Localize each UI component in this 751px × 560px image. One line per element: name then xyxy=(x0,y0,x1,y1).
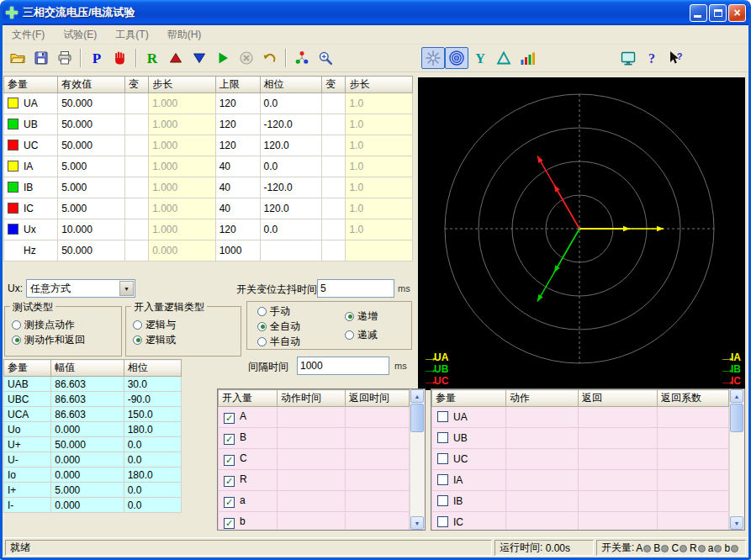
step-cell[interactable]: 1.000 xyxy=(149,135,215,156)
limit-cell[interactable]: 40 xyxy=(215,177,260,198)
rays-icon[interactable] xyxy=(421,47,445,69)
open-icon[interactable] xyxy=(6,47,29,69)
result-checkbox-IC[interactable] xyxy=(437,516,448,527)
vary-cell[interactable] xyxy=(124,156,149,177)
limit-cell[interactable]: 120 xyxy=(215,93,260,114)
mode-option-1[interactable]: 全自动 xyxy=(251,319,300,334)
ux-mode-select[interactable]: 任意方式 ▼ xyxy=(26,279,135,298)
raise-icon[interactable] xyxy=(164,47,188,69)
phase-cell[interactable]: -120.0 xyxy=(260,177,321,198)
maximize-button[interactable] xyxy=(709,4,727,22)
step-cell[interactable]: 1.0 xyxy=(346,156,413,177)
vary-cell[interactable] xyxy=(124,114,149,135)
phase-cell[interactable]: 120.0 xyxy=(260,198,321,219)
value-cell[interactable]: 50.000 xyxy=(58,240,124,262)
limit-cell[interactable]: 120 xyxy=(215,219,260,240)
vary-cell[interactable] xyxy=(321,135,346,156)
phase-cell[interactable]: 120.0 xyxy=(260,135,321,156)
limit-cell[interactable]: 40 xyxy=(215,198,260,219)
target-icon[interactable] xyxy=(445,47,468,69)
mode-option-2[interactable]: 半自动 xyxy=(251,334,300,349)
harmonics-icon[interactable] xyxy=(516,47,539,69)
vary-cell[interactable] xyxy=(321,198,346,219)
vary-cell[interactable] xyxy=(124,177,149,198)
switch-input-checkbox-A[interactable]: ✓ xyxy=(224,413,235,424)
value-cell[interactable]: 50.000 xyxy=(58,135,124,156)
vary-cell[interactable] xyxy=(124,219,149,240)
value-cell[interactable]: 5.000 xyxy=(58,177,124,198)
limit-cell[interactable]: 1000 xyxy=(215,240,260,262)
scroll-up-icon[interactable]: ▲ xyxy=(730,389,743,403)
vary-cell[interactable] xyxy=(124,198,149,219)
phase-cell[interactable]: 0.0 xyxy=(260,219,321,240)
vary-cell[interactable] xyxy=(124,93,149,114)
result-table-scrollbar[interactable]: ▲ ▼ xyxy=(729,389,743,530)
mode-option-0[interactable]: 手动 xyxy=(251,304,300,319)
phase-cell[interactable]: 0.0 xyxy=(260,93,321,114)
result-checkbox-UC[interactable] xyxy=(437,453,448,464)
monitor-icon[interactable] xyxy=(616,47,640,69)
vary-cell[interactable] xyxy=(321,114,346,135)
logic-option-1[interactable]: 逻辑或 xyxy=(126,332,241,347)
phase-sequence-icon[interactable] xyxy=(290,47,314,69)
vary-cell[interactable] xyxy=(321,240,346,262)
menu-file[interactable]: 文件(F) xyxy=(3,25,54,45)
vary-cell[interactable] xyxy=(321,156,346,177)
step-cell[interactable] xyxy=(346,240,413,262)
switch-input-checkbox-B[interactable]: ✓ xyxy=(224,434,235,445)
step-cell[interactable]: 1.0 xyxy=(346,219,413,240)
result-checkbox-IA[interactable] xyxy=(437,474,448,485)
result-checkbox-UB[interactable] xyxy=(437,432,448,443)
start-icon[interactable] xyxy=(211,47,235,69)
phase-cell[interactable]: -120.0 xyxy=(260,114,321,135)
result-checkbox-IB[interactable] xyxy=(437,495,448,506)
delta-icon[interactable] xyxy=(492,47,516,69)
help-icon[interactable]: ? xyxy=(640,47,664,69)
step-cell[interactable]: 1.0 xyxy=(346,135,413,156)
undo-icon[interactable] xyxy=(258,47,282,69)
hand-icon[interactable] xyxy=(108,47,132,69)
vary-cell[interactable] xyxy=(124,135,149,156)
context-help-icon[interactable]: ? xyxy=(664,47,687,69)
menu-test[interactable]: 试验(E) xyxy=(54,25,106,45)
menu-help[interactable]: 帮助(H) xyxy=(158,25,211,45)
result-checkbox-UA[interactable] xyxy=(437,411,448,422)
letter-y-icon[interactable]: Y xyxy=(468,47,492,69)
value-cell[interactable]: 5.000 xyxy=(58,156,124,177)
zoom-icon[interactable] xyxy=(314,47,337,69)
direction-option-0[interactable]: 递增 xyxy=(338,309,378,324)
switch-input-checkbox-R[interactable]: ✓ xyxy=(224,476,235,487)
step-cell[interactable]: 1.000 xyxy=(149,93,215,114)
value-cell[interactable]: 10.000 xyxy=(58,219,124,240)
step-cell[interactable]: 1.000 xyxy=(149,114,215,135)
step-cell[interactable]: 1.000 xyxy=(149,198,215,219)
debounce-input[interactable] xyxy=(317,279,394,298)
value-cell[interactable]: 50.000 xyxy=(58,93,124,114)
step-cell[interactable]: 0.000 xyxy=(149,240,215,262)
step-cell[interactable]: 1.000 xyxy=(149,219,215,240)
step-cell[interactable]: 1.0 xyxy=(346,177,413,198)
minimize-button[interactable] xyxy=(690,4,707,22)
scroll-up-icon[interactable]: ▲ xyxy=(410,389,424,403)
interval-input[interactable] xyxy=(297,357,389,375)
direction-option-1[interactable]: 递减 xyxy=(338,327,378,342)
step-cell[interactable]: 1.000 xyxy=(149,156,215,177)
letter-r-icon[interactable]: R xyxy=(140,47,164,69)
step-cell[interactable]: 1.000 xyxy=(149,177,215,198)
scroll-down-icon[interactable]: ▼ xyxy=(730,516,743,530)
close-button[interactable]: × xyxy=(728,4,746,22)
vary-cell[interactable] xyxy=(321,219,346,240)
phase-cell[interactable] xyxy=(260,240,321,262)
step-cell[interactable]: 1.0 xyxy=(346,198,413,219)
lower-icon[interactable] xyxy=(188,47,211,69)
logic-option-0[interactable]: 逻辑与 xyxy=(126,317,241,332)
step-cell[interactable]: 1.0 xyxy=(346,93,413,114)
print-icon[interactable] xyxy=(53,47,77,69)
switch-input-checkbox-b[interactable]: ✓ xyxy=(224,518,235,529)
save-icon[interactable] xyxy=(29,47,53,69)
test-type-option-1[interactable]: 测动作和返回 xyxy=(5,332,121,347)
scroll-thumb[interactable] xyxy=(410,404,424,432)
limit-cell[interactable]: 120 xyxy=(215,135,260,156)
switch-input-checkbox-a[interactable]: ✓ xyxy=(224,497,235,508)
vary-cell[interactable] xyxy=(321,93,346,114)
